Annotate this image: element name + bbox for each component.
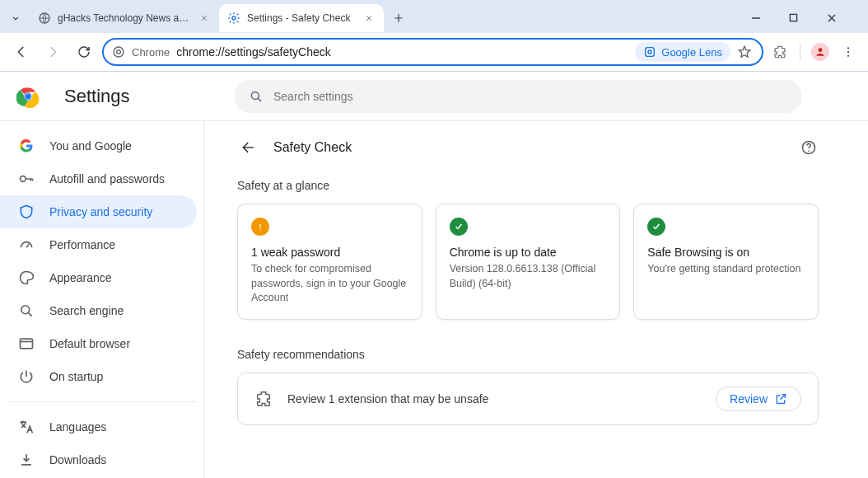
svg-point-14 <box>26 93 30 98</box>
close-icon[interactable] <box>362 12 376 25</box>
content-area: Safety Check Safety at a glance 1 weak p… <box>204 121 868 478</box>
card-passwords[interactable]: 1 weak password To check for compromised… <box>237 204 422 320</box>
sidebar: You and Google Autofill and passwords Pr… <box>0 121 204 478</box>
card-title: 1 weak password <box>251 246 408 259</box>
settings-page: Settings You and Google Autofill and pas… <box>0 72 868 478</box>
sidebar-item-on-startup[interactable]: On startup <box>0 360 197 393</box>
sidebar-item-label: Downloads <box>49 453 106 466</box>
close-icon[interactable] <box>198 12 211 25</box>
profile-avatar[interactable] <box>809 40 832 63</box>
sidebar-item-privacy[interactable]: Privacy and security <box>0 195 197 228</box>
reco-label: Safety recommendations <box>237 348 819 361</box>
review-button[interactable]: Review <box>716 387 801 411</box>
svg-rect-2 <box>790 14 796 21</box>
glance-cards: 1 weak password To check for compromised… <box>237 204 819 320</box>
back-arrow-icon[interactable] <box>237 136 260 159</box>
settings-body: You and Google Autofill and passwords Pr… <box>0 121 868 478</box>
check-icon <box>450 218 468 236</box>
new-tab-button[interactable] <box>387 7 410 30</box>
google-lens-chip[interactable]: Google Lens <box>635 42 730 62</box>
url-input[interactable] <box>176 45 628 59</box>
card-title: Safe Browsing is on <box>647 246 805 259</box>
svg-point-17 <box>21 306 30 314</box>
forward-button[interactable] <box>40 39 66 65</box>
extensions-icon[interactable] <box>768 40 791 63</box>
reco-text: Review 1 extension that may be unsafe <box>287 392 701 405</box>
gear-icon <box>227 12 240 25</box>
tab-title: Settings - Safety Check <box>247 12 356 24</box>
card-safebrowsing[interactable]: Safe Browsing is on You're getting stand… <box>633 204 819 320</box>
svg-point-15 <box>251 91 259 99</box>
sidebar-item-performance[interactable]: Performance <box>0 228 197 261</box>
glance-label: Safety at a glance <box>237 179 819 192</box>
sidebar-item-search-engine[interactable]: Search engine <box>0 294 197 327</box>
chrome-icon <box>112 45 125 59</box>
card-update[interactable]: Chrome is up to date Version 128.0.6613.… <box>436 204 621 320</box>
svg-point-1 <box>232 16 236 20</box>
card-desc: Version 128.0.6613.138 (Official Build) … <box>450 262 607 291</box>
address-bar[interactable]: Chrome Google Lens <box>102 38 763 66</box>
help-icon[interactable] <box>799 138 819 157</box>
shield-icon <box>18 204 35 220</box>
warning-icon <box>251 218 269 236</box>
power-icon <box>18 368 35 385</box>
svg-rect-5 <box>646 48 655 57</box>
divider <box>800 44 800 60</box>
svg-point-3 <box>114 47 124 57</box>
sidebar-item-label: Search engine <box>49 304 124 317</box>
search-input[interactable] <box>273 90 787 103</box>
site-label: Chrome <box>132 46 170 59</box>
page-title: Settings <box>64 86 130 107</box>
speedometer-icon <box>18 237 35 253</box>
translate-icon <box>18 419 35 435</box>
sidebar-item-downloads[interactable]: Downloads <box>0 443 197 476</box>
svg-point-16 <box>21 176 26 182</box>
search-icon <box>18 302 35 319</box>
sidebar-item-appearance[interactable]: Appearance <box>0 261 197 294</box>
key-icon <box>18 171 35 187</box>
back-button[interactable] <box>8 39 35 65</box>
tab-ghacks[interactable]: gHacks Technology News and A <box>30 4 219 32</box>
tablist-dropdown-icon[interactable] <box>7 9 25 27</box>
svg-rect-18 <box>21 339 33 349</box>
chrome-logo-icon <box>16 85 40 108</box>
sidebar-item-you-google[interactable]: You and Google <box>0 129 197 162</box>
recommendation-row: Review 1 extension that may be unsafe Re… <box>237 373 819 425</box>
minimize-icon[interactable] <box>751 13 774 23</box>
avatar-icon <box>811 43 829 61</box>
settings-header: Settings <box>0 72 868 121</box>
content-header: Safety Check <box>237 136 819 159</box>
sidebar-item-languages[interactable]: Languages <box>0 410 197 443</box>
sidebar-item-label: Privacy and security <box>49 205 152 218</box>
tab-settings[interactable]: Settings - Safety Check <box>219 4 384 32</box>
svg-point-20 <box>808 150 810 152</box>
sidebar-item-default-browser[interactable]: Default browser <box>0 327 197 360</box>
sidebar-item-autofill[interactable]: Autofill and passwords <box>0 162 197 195</box>
browser-icon <box>18 335 35 352</box>
sidebar-item-label: Appearance <box>49 271 112 284</box>
kebab-menu-icon[interactable] <box>837 40 860 63</box>
divider <box>7 401 197 402</box>
reload-button[interactable] <box>71 39 97 65</box>
open-external-icon <box>774 392 787 405</box>
extension-icon <box>254 390 273 408</box>
sidebar-item-label: Autofill and passwords <box>49 172 165 185</box>
content-title: Safety Check <box>273 140 786 155</box>
globe-icon <box>38 12 51 25</box>
card-desc: You're getting standard protection <box>647 262 805 277</box>
maximize-icon[interactable] <box>789 13 812 23</box>
palette-icon <box>18 269 35 286</box>
search-settings[interactable] <box>234 80 802 113</box>
bookmark-star-icon[interactable] <box>737 45 757 59</box>
window-controls <box>751 13 861 23</box>
svg-point-7 <box>819 48 823 52</box>
sidebar-item-label: Performance <box>49 238 115 251</box>
tab-title: gHacks Technology News and A <box>58 12 191 24</box>
google-g-icon <box>18 138 35 154</box>
check-icon <box>647 218 665 236</box>
svg-point-21 <box>259 228 261 230</box>
close-window-icon[interactable] <box>827 13 850 23</box>
svg-point-10 <box>847 54 849 56</box>
browser-chrome: gHacks Technology News and A Settings - … <box>0 0 868 72</box>
toolbar: Chrome Google Lens <box>0 33 868 71</box>
